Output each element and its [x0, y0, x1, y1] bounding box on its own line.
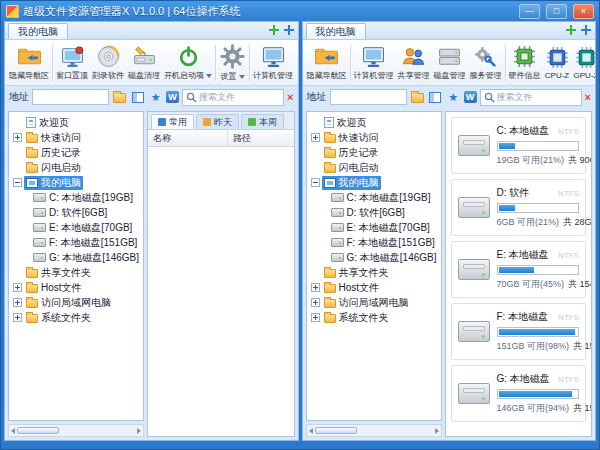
drive-card-d[interactable]: D: 软件NTFS 6GB 可用(21%)共 28GB — [451, 179, 587, 236]
add-panel-icon[interactable] — [581, 25, 591, 35]
tree-item-host-file[interactable]: Host文件 — [11, 280, 143, 295]
expander-icon[interactable] — [13, 283, 22, 292]
horizontal-scrollbar[interactable] — [306, 424, 442, 437]
startup-items-button[interactable]: 开机启动项 — [162, 42, 214, 84]
hide-nav-button[interactable]: 隐藏导航区 — [305, 42, 349, 84]
expander-icon[interactable] — [13, 133, 22, 142]
list-body[interactable] — [148, 147, 294, 436]
drive-card-g[interactable]: G: 本地磁盘NTFS 146GB 可用(94%)共 154GB — [451, 365, 587, 422]
burn-software-button[interactable]: 刻录软件 — [90, 42, 126, 84]
new-tab-icon[interactable] — [269, 25, 279, 35]
computer-manage-button[interactable]: 计算机管理 — [352, 42, 396, 84]
column-header-path[interactable]: 路径 — [228, 130, 293, 146]
tree-item-quick-access[interactable]: 快速访问 — [309, 130, 441, 145]
list-tab-this-week[interactable]: 本周 — [241, 114, 284, 129]
window-pin-button[interactable]: 窗口置顶 — [54, 42, 90, 84]
drive-icon — [458, 259, 490, 280]
tree-item-drive-g[interactable]: G: 本地磁盘[146GB] — [11, 250, 143, 265]
tree-item-drive-f[interactable]: F: 本地磁盘[151GB] — [309, 235, 441, 250]
search-input[interactable] — [199, 92, 280, 102]
expander-icon[interactable] — [311, 178, 320, 187]
disk-manage-button[interactable]: 磁盘管理 — [432, 42, 468, 84]
tree-item-drive-d[interactable]: D: 软件[6GB] — [309, 205, 441, 220]
tree-item-shared-folders[interactable]: 共享文件夹 — [309, 265, 441, 280]
cpu-z-button[interactable]: CPU-Z — [543, 42, 572, 84]
scroll-thumb[interactable] — [315, 427, 357, 434]
hide-nav-button[interactable]: 隐藏导航区 — [7, 42, 51, 84]
scroll-right-icon[interactable] — [137, 428, 141, 434]
computer-manage-button[interactable]: 计算机管理 — [251, 42, 295, 84]
tree-item-shared-folders[interactable]: 共享文件夹 — [11, 265, 143, 280]
favorites-star-icon[interactable]: ★ — [148, 90, 163, 105]
tree-item-system-folders[interactable]: 系统文件夹 — [11, 310, 143, 325]
expander-icon[interactable] — [13, 298, 22, 307]
search-box[interactable] — [182, 89, 284, 106]
drive-card-f[interactable]: F: 本地磁盘NTFS 151GB 可用(98%)共 154GB — [451, 303, 587, 360]
search-box[interactable] — [480, 89, 582, 106]
search-input[interactable] — [497, 92, 578, 102]
expander-icon[interactable] — [13, 313, 22, 322]
tree-item-system-folders[interactable]: 系统文件夹 — [309, 310, 441, 325]
expander-icon[interactable] — [311, 298, 320, 307]
address-input[interactable] — [330, 89, 407, 105]
new-tab-icon[interactable] — [566, 25, 576, 35]
tree-item-lan-computers[interactable]: 访问局域网电脑 — [11, 295, 143, 310]
tree-item-drive-c[interactable]: C: 本地磁盘[19GB] — [309, 190, 441, 205]
expander-icon[interactable] — [311, 133, 320, 142]
expander-icon[interactable] — [311, 313, 320, 322]
folder-shortcut-icon[interactable] — [410, 90, 425, 105]
w-badge-icon[interactable]: W — [464, 91, 477, 103]
maximize-button[interactable]: □ — [546, 4, 567, 19]
drive-card-e[interactable]: E: 本地磁盘NTFS 70GB 可用(45%)共 154GB — [451, 241, 587, 298]
tree-item-welcome[interactable]: 欢迎页 — [11, 115, 143, 130]
expander-icon[interactable] — [13, 178, 22, 187]
tree-item-history[interactable]: 历史记录 — [309, 145, 441, 160]
drive-icon — [458, 321, 490, 342]
search-clear-icon[interactable]: × — [585, 92, 591, 103]
scroll-thumb[interactable] — [17, 427, 59, 434]
favorites-star-icon[interactable]: ★ — [446, 90, 461, 105]
tree-item-drive-e[interactable]: E: 本地磁盘[70GB] — [309, 220, 441, 235]
tree-item-lightning-start[interactable]: 闪电启动 — [309, 160, 441, 175]
close-button[interactable]: × — [573, 4, 594, 19]
tree-item-lightning-start[interactable]: 闪电启动 — [11, 160, 143, 175]
tree-item-quick-access[interactable]: 快速访问 — [11, 130, 143, 145]
search-clear-icon[interactable]: × — [287, 92, 293, 103]
tree-item-drive-c[interactable]: C: 本地磁盘[19GB] — [11, 190, 143, 205]
left-tab-my-computer[interactable]: 我的电脑 — [8, 23, 68, 39]
minimize-button[interactable]: — — [519, 4, 540, 19]
gpu-z-button[interactable]: GPU-Z — [572, 42, 596, 84]
capacity-bar-fill — [499, 391, 573, 397]
right-tab-my-computer[interactable]: 我的电脑 — [306, 23, 366, 39]
tree-item-my-computer[interactable]: 我的电脑 — [309, 175, 441, 190]
address-input[interactable] — [32, 89, 109, 105]
list-tab-common[interactable]: 常用 — [151, 114, 194, 129]
tree-item-drive-e[interactable]: E: 本地磁盘[70GB] — [11, 220, 143, 235]
scroll-left-icon[interactable] — [309, 428, 313, 434]
layout-toggle-icon[interactable] — [130, 90, 145, 105]
service-manage-button[interactable]: 服务管理 — [468, 42, 504, 84]
tree-item-host-file[interactable]: Host文件 — [309, 280, 441, 295]
settings-button[interactable]: 设置 — [217, 42, 248, 84]
tree-item-welcome[interactable]: 欢迎页 — [309, 115, 441, 130]
list-tab-yesterday[interactable]: 昨天 — [196, 114, 239, 129]
hardware-info-button[interactable]: 硬件信息 — [507, 42, 543, 84]
add-panel-icon[interactable] — [284, 25, 294, 35]
horizontal-scrollbar[interactable] — [8, 424, 144, 437]
expander-icon[interactable] — [311, 283, 320, 292]
folder-shortcut-icon[interactable] — [112, 90, 127, 105]
scroll-right-icon[interactable] — [435, 428, 439, 434]
column-header-name[interactable]: 名称 — [148, 130, 228, 146]
share-manage-button[interactable]: 共享管理 — [396, 42, 432, 84]
drive-card-c[interactable]: C: 本地磁盘NTFS 19GB 可用(21%)共 90GB — [451, 117, 587, 174]
disk-clean-button[interactable]: 磁盘清理 — [126, 42, 162, 84]
tree-item-my-computer[interactable]: 我的电脑 — [11, 175, 143, 190]
tree-item-lan-computers[interactable]: 访问局域网电脑 — [309, 295, 441, 310]
tree-item-drive-g[interactable]: G: 本地磁盘[146GB] — [309, 250, 441, 265]
scroll-left-icon[interactable] — [11, 428, 15, 434]
w-badge-icon[interactable]: W — [166, 91, 179, 103]
tree-item-drive-f[interactable]: F: 本地磁盘[151GB] — [11, 235, 143, 250]
layout-toggle-icon[interactable] — [428, 90, 443, 105]
tree-item-history[interactable]: 历史记录 — [11, 145, 143, 160]
tree-item-drive-d[interactable]: D: 软件[6GB] — [11, 205, 143, 220]
